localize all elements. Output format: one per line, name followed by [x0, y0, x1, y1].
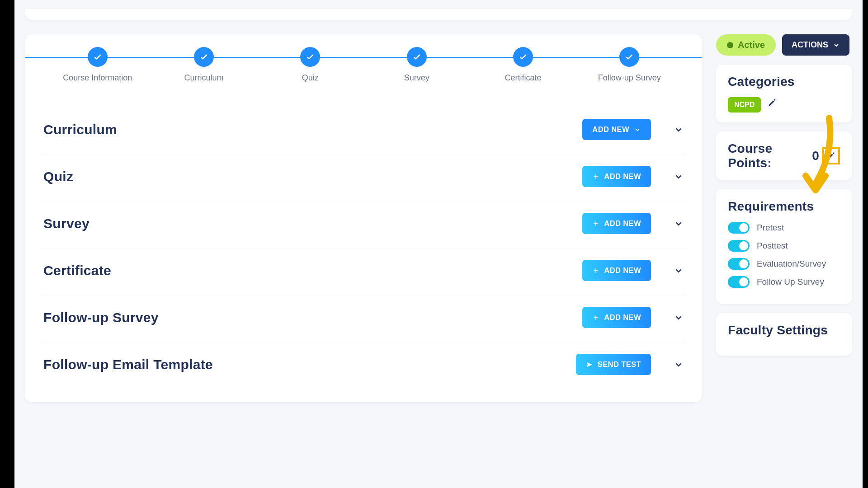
- expand-section-icon[interactable]: [674, 125, 684, 135]
- requirement-label: Evaluation/Survey: [757, 259, 826, 269]
- requirements-card: Requirements Pretest Posttest Evaluation…: [716, 189, 852, 304]
- add-new-survey-button[interactable]: ADD NEW: [582, 213, 651, 234]
- requirement-label: Pretest: [757, 223, 784, 233]
- add-new-follow-up-survey-button[interactable]: ADD NEW: [582, 307, 651, 328]
- step-circle: [88, 47, 108, 67]
- section-curriculum: Curriculum ADD NEW: [42, 106, 685, 153]
- toggle-follow-up-survey[interactable]: [728, 276, 750, 288]
- step-course-information[interactable]: Course Information: [44, 47, 151, 83]
- progress-stepper: Course Information Curriculum Quiz: [25, 47, 702, 83]
- chevron-down-icon: [634, 126, 641, 133]
- plus-icon: [592, 220, 599, 227]
- add-new-certificate-button[interactable]: ADD NEW: [582, 260, 651, 281]
- course-points-card: Course Points: 0: [716, 131, 852, 180]
- requirement-follow-up-survey: Follow Up Survey: [728, 276, 840, 288]
- button-label: ADD NEW: [604, 172, 641, 181]
- step-follow-up-survey[interactable]: Follow-up Survey: [576, 47, 683, 83]
- step-circle: [194, 47, 214, 67]
- section-title: Quiz: [43, 169, 73, 184]
- send-test-button[interactable]: SEND TEST: [576, 354, 651, 375]
- section-follow-up-survey: Follow-up Survey ADD NEW: [42, 294, 685, 341]
- section-quiz: Quiz ADD NEW: [42, 153, 685, 200]
- step-circle: [619, 47, 639, 67]
- step-certificate[interactable]: Certificate: [470, 47, 576, 83]
- status-row: Active ACTIONS: [716, 34, 852, 56]
- course-builder-card: Course Information Curriculum Quiz: [25, 34, 702, 402]
- status-pill: Active: [716, 34, 776, 56]
- requirements-title: Requirements: [728, 199, 840, 214]
- requirement-label: Follow Up Survey: [757, 277, 824, 287]
- status-dot-icon: [727, 42, 733, 48]
- add-new-quiz-button[interactable]: ADD NEW: [582, 166, 651, 187]
- requirement-posttest: Posttest: [728, 240, 840, 252]
- step-circle: [407, 47, 427, 67]
- add-new-curriculum-button[interactable]: ADD NEW: [582, 119, 651, 140]
- requirement-evaluation: Evaluation/Survey: [728, 258, 840, 270]
- check-icon: [306, 52, 315, 61]
- course-points-label: Course Points:: [728, 141, 809, 170]
- previous-card-bottom: [25, 9, 852, 20]
- actions-dropdown[interactable]: ACTIONS: [782, 34, 849, 56]
- step-circle: [300, 47, 320, 67]
- plus-icon: [592, 314, 599, 321]
- toggle-evaluation[interactable]: [728, 258, 750, 270]
- step-label: Course Information: [63, 73, 132, 83]
- toggle-pretest[interactable]: [728, 222, 750, 234]
- check-icon: [199, 52, 208, 61]
- step-quiz[interactable]: Quiz: [257, 47, 363, 83]
- toggle-posttest[interactable]: [728, 240, 750, 252]
- faculty-settings-title: Faculty Settings: [728, 323, 840, 338]
- section-title: Follow-up Email Template: [43, 357, 213, 372]
- section-title: Curriculum: [43, 122, 117, 137]
- section-follow-up-email-template: Follow-up Email Template SEND TEST: [42, 341, 685, 388]
- expand-section-icon[interactable]: [674, 172, 684, 182]
- plus-icon: [592, 267, 599, 274]
- check-icon: [519, 52, 528, 61]
- status-label: Active: [738, 40, 765, 50]
- step-label: Quiz: [302, 73, 319, 83]
- pencil-icon: [826, 151, 835, 160]
- actions-label: ACTIONS: [792, 40, 828, 50]
- section-certificate: Certificate ADD NEW: [42, 247, 685, 294]
- faculty-settings-card: Faculty Settings: [716, 313, 852, 356]
- expand-section-icon[interactable]: [674, 313, 684, 323]
- step-label: Follow-up Survey: [598, 73, 661, 83]
- step-label: Certificate: [505, 73, 541, 83]
- section-title: Certificate: [43, 263, 111, 278]
- section-title: Survey: [43, 216, 90, 231]
- expand-section-icon[interactable]: [674, 266, 684, 276]
- check-icon: [625, 52, 634, 61]
- chevron-down-icon: [833, 42, 840, 49]
- button-label: SEND TEST: [598, 360, 641, 369]
- send-icon: [586, 361, 593, 368]
- step-curriculum[interactable]: Curriculum: [151, 47, 257, 83]
- step-survey[interactable]: Survey: [363, 47, 470, 83]
- sections-list: Curriculum ADD NEW Quiz ADD: [25, 106, 702, 388]
- categories-card: Categories NCPD: [716, 65, 852, 122]
- check-icon: [93, 52, 102, 61]
- section-title: Follow-up Survey: [43, 310, 159, 325]
- category-badge: NCPD: [728, 97, 761, 113]
- requirement-pretest: Pretest: [728, 222, 840, 234]
- step-label: Survey: [404, 73, 429, 83]
- step-circle: [513, 47, 533, 67]
- expand-section-icon[interactable]: [674, 360, 684, 370]
- edit-course-points-button[interactable]: [822, 147, 840, 164]
- plus-icon: [592, 173, 599, 180]
- section-survey: Survey ADD NEW: [42, 200, 685, 247]
- course-points-value: 0: [812, 149, 819, 163]
- step-label: Curriculum: [184, 73, 223, 83]
- side-column: Active ACTIONS Categories NCPD C: [716, 34, 852, 356]
- button-label: ADD NEW: [592, 125, 629, 134]
- requirement-label: Posttest: [757, 241, 788, 251]
- categories-title: Categories: [728, 75, 840, 89]
- expand-section-icon[interactable]: [674, 219, 684, 229]
- edit-categories-icon[interactable]: [768, 98, 777, 107]
- button-label: ADD NEW: [604, 266, 641, 275]
- button-label: ADD NEW: [604, 219, 641, 228]
- check-icon: [412, 52, 421, 61]
- button-label: ADD NEW: [604, 313, 641, 322]
